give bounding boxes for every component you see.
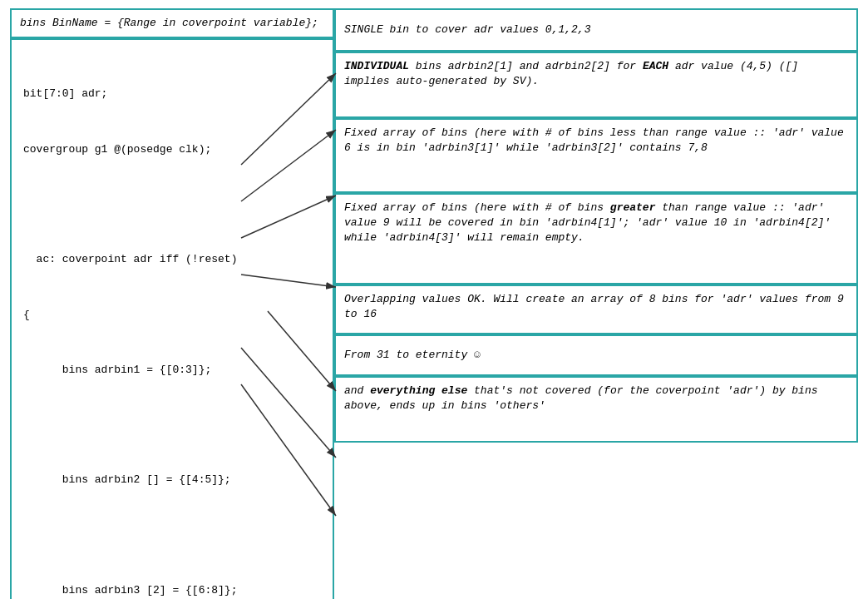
annotations-panel: SINGLE bin to cover adr values 0,1,2,3 I… [334, 8, 858, 599]
code-line: ac: coverpoint adr iff (!reset) [23, 250, 321, 269]
annotation-text-1: SINGLE bin to cover adr values 0,1,2,3 [344, 22, 590, 37]
code-line: covergroup g1 @(posedge clk); [23, 141, 321, 159]
code-line [23, 527, 321, 545]
annotation-text-6: From 31 to eternity ☺ [344, 348, 481, 363]
code-line: bins adrbin3 [2] = {[6:8]}; [23, 582, 321, 599]
annotation-text-4: Fixed array of bins (here with # of bins… [344, 201, 831, 244]
code-line: { [23, 306, 321, 324]
code-line [23, 196, 321, 214]
annotation-6: From 31 to eternity ☺ [334, 334, 858, 376]
annotation-text-3: Fixed array of bins (here with # of bins… [344, 126, 844, 154]
syntax-text: bins BinName = {Range in coverpoint vari… [20, 17, 318, 29]
annotation-7: and everything else that's not covered (… [334, 376, 858, 443]
code-line: bins adrbin1 = {[0:3]}; [23, 361, 321, 379]
syntax-box: bins BinName = {Range in coverpoint vari… [10, 8, 334, 38]
annotation-5: Overlapping values OK. Will create an ar… [334, 285, 858, 334]
code-line: bit[7:0] adr; [23, 85, 321, 103]
code-line: bins adrbin2 [] = {[4:5]}; [23, 471, 321, 489]
code-block: bit[7:0] adr; covergroup g1 @(posedge cl… [10, 38, 334, 599]
annotation-4: Fixed array of bins (here with # of bins… [334, 193, 858, 285]
annotation-3: Fixed array of bins (here with # of bins… [334, 118, 858, 193]
annotation-text-7: and everything else that's not covered (… [344, 384, 818, 412]
annotation-text-5: Overlapping values OK. Will create an ar… [344, 293, 844, 320]
annotation-2: INDIVIDUAL bins adrbin2[1] and adrbin2[2… [334, 52, 858, 118]
annotation-1: SINGLE bin to cover adr values 0,1,2,3 [334, 8, 858, 52]
annotation-text-2: INDIVIDUAL bins adrbin2[1] and adrbin2[2… [344, 60, 798, 87]
code-line [23, 416, 321, 434]
